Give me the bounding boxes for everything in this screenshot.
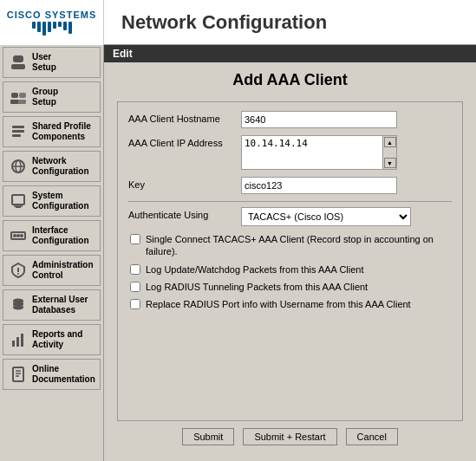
divider1	[128, 201, 452, 202]
svg-rect-3	[10, 100, 19, 104]
svg-rect-7	[12, 130, 24, 133]
sidebar-label-shared-profile: Shared ProfileComponents	[32, 121, 91, 142]
logo-area: CISCO SYSTEMS	[0, 0, 104, 45]
svg-rect-2	[11, 93, 18, 98]
system-icon	[9, 192, 28, 211]
svg-point-18	[20, 234, 23, 237]
ip-scrollbar: ▲ ▼	[382, 136, 396, 169]
bar8	[68, 22, 72, 34]
ip-textarea-wrapper: 10.14.14.14 ▲ ▼	[241, 135, 397, 170]
checkbox-row-4: Replace RADIUS Port info with Username f…	[128, 298, 452, 310]
checkbox-log-update[interactable]	[130, 264, 140, 275]
sidebar-item-online-docs[interactable]: OnlineDocumentation	[3, 359, 101, 390]
sidebar-label-admin-control: AdministrationControl	[32, 260, 94, 281]
edit-label: Edit	[113, 48, 133, 60]
network-icon	[9, 157, 28, 176]
svg-rect-28	[21, 334, 23, 347]
sidebar-label-interface-config: InterfaceConfiguration	[32, 225, 89, 246]
group-icon	[9, 88, 28, 107]
sidebar-label-system-config: SystemConfiguration	[32, 191, 89, 211]
checkbox-label-2: Log Update/Watchdog Packets from this AA…	[146, 263, 364, 276]
sidebar-item-network-config[interactable]: NetworkConfiguration	[3, 151, 101, 182]
ip-label: AAA Client IP Address	[128, 135, 241, 149]
sidebar-item-user-setup[interactable]: UserSetup	[3, 47, 101, 78]
hostname-input[interactable]	[241, 111, 397, 128]
svg-point-16	[13, 234, 16, 237]
cancel-button[interactable]: Cancel	[346, 428, 398, 445]
sidebar-item-external-user[interactable]: External UserDatabases	[3, 289, 101, 321]
edit-bar: Edit	[104, 45, 476, 62]
database-icon	[9, 295, 28, 315]
checkbox-row-1: Single Connect TACACS+ AAA Client (Recor…	[128, 233, 452, 258]
svg-rect-5	[18, 100, 26, 104]
interface-icon	[9, 226, 28, 245]
auth-select[interactable]: TACACS+ (Cisco IOS) RADIUS Kerberos LDAP	[241, 207, 411, 226]
key-label: Key	[128, 177, 241, 191]
svg-point-17	[16, 234, 20, 237]
ip-input-wrapper: 10.14.14.14 ▲ ▼	[241, 135, 452, 170]
header: CISCO SYSTEMS Network Configuration	[0, 0, 476, 45]
form-title: Add AAA Client	[117, 71, 463, 89]
bar6	[58, 22, 62, 27]
reports-icon	[9, 330, 28, 349]
checkbox-row-2: Log Update/Watchdog Packets from this AA…	[128, 263, 452, 276]
svg-rect-27	[16, 337, 19, 347]
admin-icon	[9, 261, 28, 280]
svg-rect-8	[12, 134, 21, 137]
checkbox-label-1: Single Connect TACACS+ AAA Client (Recor…	[146, 233, 450, 258]
hostname-input-wrapper	[241, 111, 452, 128]
svg-point-25	[13, 306, 23, 310]
sidebar-label-online-docs: OnlineDocumentation	[32, 364, 95, 385]
checkbox-label-4: Replace RADIUS Port info with Username f…	[146, 298, 411, 310]
sidebar-item-system-config[interactable]: SystemConfiguration	[3, 185, 101, 217]
content-inner: Add AAA Client AAA Client Hostname AAA C…	[104, 62, 476, 461]
main-layout: UserSetup GroupSetup Shared	[0, 45, 476, 461]
button-bar: Submit Submit + Restart Cancel	[117, 421, 463, 452]
checkbox-log-radius[interactable]	[130, 282, 140, 292]
sidebar-label-network-config: NetworkConfiguration	[32, 156, 89, 177]
sidebar-label-reports: Reports andActivity	[32, 329, 82, 350]
svg-rect-26	[12, 341, 15, 347]
svg-rect-29	[13, 367, 23, 381]
svg-rect-4	[19, 93, 26, 98]
sidebar-label-external-user: External UserDatabases	[32, 295, 88, 315]
sidebar-item-reports[interactable]: Reports andActivity	[3, 324, 101, 355]
sidebar-item-shared-profile[interactable]: Shared ProfileComponents	[3, 116, 101, 147]
svg-rect-0	[13, 55, 23, 62]
sidebar-label-group-setup: GroupSetup	[32, 87, 58, 107]
sidebar: UserSetup GroupSetup Shared	[0, 45, 104, 461]
checkbox-label-3: Log RADIUS Tunneling Packets from this A…	[146, 281, 368, 293]
checkbox-row-3: Log RADIUS Tunneling Packets from this A…	[128, 281, 452, 293]
key-input[interactable]	[241, 177, 397, 194]
cisco-logo: CISCO SYSTEMS	[7, 10, 96, 36]
hostname-row: AAA Client Hostname	[128, 111, 452, 128]
key-input-wrapper	[241, 177, 452, 194]
bar2	[37, 22, 41, 32]
auth-label: Authenticate Using	[128, 207, 241, 221]
ip-scroll-down[interactable]: ▼	[384, 158, 396, 168]
checkbox-single-connect[interactable]	[130, 234, 140, 244]
ip-input[interactable]: 10.14.14.14	[242, 136, 382, 169]
hostname-label: AAA Client Hostname	[128, 111, 241, 125]
key-row: Key	[128, 177, 452, 194]
shared-profile-icon	[9, 122, 28, 141]
sidebar-label-user-setup: UserSetup	[32, 52, 56, 73]
sidebar-item-admin-control[interactable]: AdministrationControl	[3, 255, 101, 286]
checkbox-replace-radius[interactable]	[130, 299, 140, 309]
ip-scroll-up[interactable]: ▲	[384, 137, 396, 147]
auth-select-wrapper: TACACS+ (Cisco IOS) RADIUS Kerberos LDAP	[241, 207, 452, 226]
content-area: Edit Add AAA Client AAA Client Hostname …	[104, 45, 476, 461]
submit-button[interactable]: Submit	[182, 428, 234, 445]
form-panel: AAA Client Hostname AAA Client IP Addres…	[117, 101, 463, 421]
ip-row: AAA Client IP Address 10.14.14.14 ▲ ▼	[128, 135, 452, 170]
cisco-bars	[32, 22, 72, 36]
bar5	[53, 22, 56, 29]
submit-restart-button[interactable]: Submit + Restart	[243, 428, 336, 445]
svg-rect-6	[12, 126, 24, 128]
user-icon	[9, 53, 28, 72]
sidebar-item-interface-config[interactable]: InterfaceConfiguration	[3, 220, 101, 251]
sidebar-item-group-setup[interactable]: GroupSetup	[3, 81, 101, 113]
page-title: Network Configuration	[104, 11, 327, 34]
svg-point-20	[17, 273, 19, 275]
docs-icon	[9, 365, 28, 384]
